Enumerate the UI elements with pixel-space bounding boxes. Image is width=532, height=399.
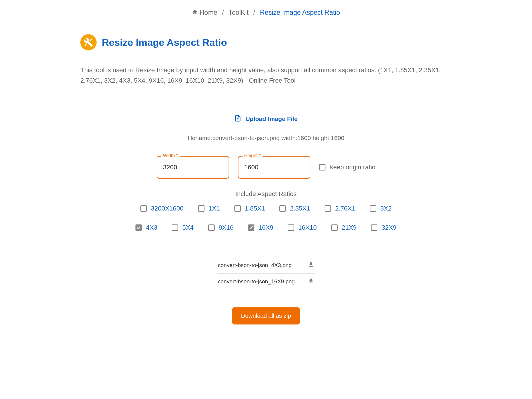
ratio-checkbox[interactable] <box>248 224 254 231</box>
ratio-item[interactable]: 3X2 <box>370 205 392 212</box>
ratio-label: 4X3 <box>146 224 157 231</box>
keep-ratio-toggle[interactable]: keep origin ratio <box>319 164 376 171</box>
ratio-item[interactable]: 4X3 <box>135 224 157 231</box>
page-description: This tool is used to Resize Image by inp… <box>80 65 452 85</box>
breadcrumb-separator: / <box>222 9 224 16</box>
ratio-checkbox[interactable] <box>331 224 338 231</box>
ratio-label: 21X9 <box>342 224 357 231</box>
upload-button-label: Upload Image File <box>245 115 298 122</box>
ratio-item[interactable]: 9X16 <box>208 224 234 231</box>
upload-file-icon <box>234 114 241 124</box>
ratio-checkbox[interactable] <box>279 205 286 212</box>
width-label: Width * <box>161 153 180 158</box>
ratio-label: 9X16 <box>219 224 234 231</box>
ratio-checkbox[interactable] <box>288 224 294 231</box>
ratio-item[interactable]: 32X9 <box>371 224 396 231</box>
page-title: Resize Image Aspect Ratio <box>102 37 227 48</box>
ratio-item[interactable]: 21X9 <box>331 224 357 231</box>
upload-button[interactable]: Upload Image File <box>225 109 307 129</box>
ratio-checkbox[interactable] <box>234 205 241 212</box>
result-filename: convert-bson-to-json_16X9.png <box>218 278 295 285</box>
tools-icon <box>80 34 97 50</box>
height-label: Height * <box>243 153 263 158</box>
ratio-checkbox[interactable] <box>135 224 142 231</box>
uploaded-file-info: filename:convert-bson-to-json.png width:… <box>80 135 452 142</box>
ratios-section-title: Include Aspect Ratios <box>80 190 452 198</box>
ratio-checkbox[interactable] <box>208 224 215 231</box>
results-list: convert-bson-to-json_4X3.pngconvert-bson… <box>217 257 315 290</box>
breadcrumb-current: Resize Image Aspect Ratio <box>260 9 340 16</box>
ratio-label: 2.76X1 <box>335 205 355 212</box>
ratio-checkbox[interactable] <box>325 205 331 212</box>
ratios-grid: 3200X16001X11.85X12.35X12.76X13X24X35X49… <box>133 205 399 231</box>
ratio-item[interactable]: 3200X1600 <box>140 205 184 212</box>
ratio-label: 3200X1600 <box>151 205 184 212</box>
ratio-label: 2.35X1 <box>290 205 310 212</box>
download-all-button[interactable]: Download all as zip <box>232 307 300 324</box>
ratio-item[interactable]: 2.35X1 <box>279 205 310 212</box>
result-row: convert-bson-to-json_4X3.png <box>217 257 315 274</box>
breadcrumb-home[interactable]: Home <box>200 9 217 16</box>
ratio-label: 16X9 <box>258 224 273 231</box>
height-field-wrapper: Height * <box>238 156 310 179</box>
download-icon[interactable] <box>308 278 314 286</box>
ratio-label: 16X10 <box>298 224 317 231</box>
width-field-wrapper: Width * <box>157 156 229 179</box>
width-input[interactable] <box>157 156 229 179</box>
ratio-item[interactable]: 16X9 <box>248 224 273 231</box>
ratio-label: 1X1 <box>209 205 220 212</box>
ratio-label: 1.85X1 <box>245 205 265 212</box>
result-row: convert-bson-to-json_16X9.png <box>217 274 315 290</box>
ratio-item[interactable]: 16X10 <box>288 224 317 231</box>
ratio-item[interactable]: 1X1 <box>198 205 220 212</box>
ratio-checkbox[interactable] <box>370 205 376 212</box>
ratio-checkbox[interactable] <box>140 205 147 212</box>
ratio-label: 5X4 <box>182 224 193 231</box>
ratio-checkbox[interactable] <box>198 205 205 212</box>
ratio-label: 3X2 <box>380 205 392 212</box>
keep-ratio-label: keep origin ratio <box>330 164 376 171</box>
breadcrumb: Home / ToolKit / Resize Image Aspect Rat… <box>80 9 452 17</box>
result-filename: convert-bson-to-json_4X3.png <box>218 262 292 269</box>
ratio-checkbox[interactable] <box>172 224 178 231</box>
keep-ratio-checkbox[interactable] <box>319 164 325 171</box>
ratio-item[interactable]: 2.76X1 <box>325 205 355 212</box>
height-input[interactable] <box>238 156 310 179</box>
ratio-item[interactable]: 5X4 <box>172 224 193 231</box>
ratio-checkbox[interactable] <box>371 224 377 231</box>
home-icon <box>192 8 198 16</box>
breadcrumb-separator: / <box>253 9 255 16</box>
download-icon[interactable] <box>308 262 314 269</box>
ratio-label: 32X9 <box>381 224 396 231</box>
breadcrumb-toolkit[interactable]: ToolKit <box>229 9 249 16</box>
ratio-item[interactable]: 1.85X1 <box>234 205 265 212</box>
